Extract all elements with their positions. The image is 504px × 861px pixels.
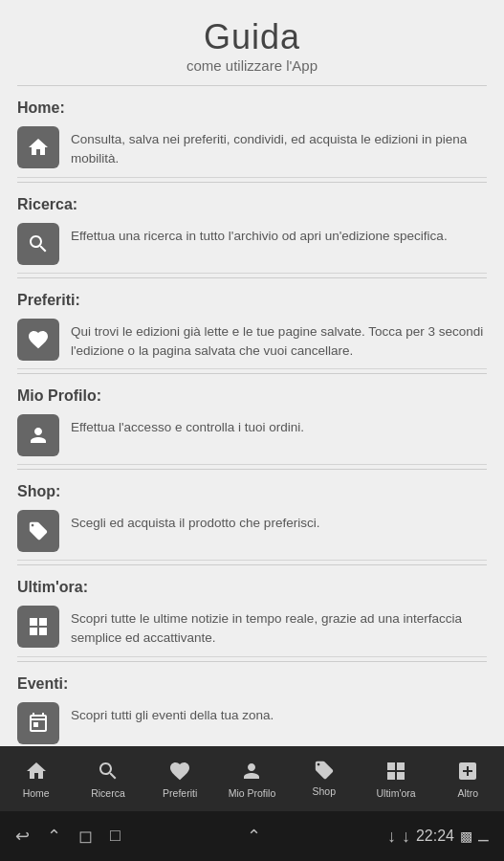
section-ultimora: Ultim'ora:Scopri tutte le ultime notizie… (17, 564, 487, 657)
nav-bar: Home Ricerca Preferiti Mio Profilo Shop … (0, 746, 504, 811)
nav-icon-preferiti (168, 760, 191, 787)
section-eventi: Eventi:Scopri tutti gli eventi della tua… (17, 661, 487, 753)
person-icon (17, 414, 59, 456)
calendar-icon (17, 702, 59, 744)
nav-item-preferiti[interactable]: Preferiti (144, 760, 216, 799)
nav-item-mio-profilo[interactable]: Mio Profilo (216, 760, 288, 799)
nav-icon-ultimora (384, 760, 407, 787)
section-row-shop: Scegli ed acquista il prodotto che prefe… (17, 504, 487, 561)
nav-item-home[interactable]: Home (0, 760, 72, 799)
system-bar-left: ↩ ⌃ ◻ □ (15, 826, 121, 847)
system-bar-right: ↓ ↓ 22:24 ▩ ⎽ (387, 827, 489, 847)
section-title-home: Home: (17, 92, 487, 121)
search-icon (17, 223, 59, 265)
page-title: Guida (17, 17, 487, 57)
nav-icon-mio-profilo (240, 760, 263, 787)
grid-icon (17, 606, 59, 648)
section-text-home: Consulta, salva nei preferiti, condividi… (71, 126, 487, 169)
section-row-mio-profilo: Effettua l'accesso e controlla i tuoi or… (17, 408, 487, 465)
nav-icon-ricerca (97, 760, 120, 787)
system-bar: ↩ ⌃ ◻ □ ⌃ ↓ ↓ 22:24 ▩ ⎽ (0, 811, 504, 861)
signal-icon: ⎽ (478, 827, 489, 847)
back-icon[interactable]: ↩ (15, 826, 30, 847)
section-home: Home:Consulta, salva nei preferiti, cond… (17, 85, 487, 178)
section-text-eventi: Scopri tutti gli eventi della tua zona. (71, 702, 487, 725)
page-title-container: Guida come utilizzare l'App (17, 0, 487, 81)
sections-container: Home:Consulta, salva nei preferiti, cond… (17, 85, 487, 753)
section-text-mio-profilo: Effettua l'accesso e controlla i tuoi or… (71, 414, 487, 437)
page-subtitle: come utilizzare l'App (17, 57, 487, 74)
nav-item-shop[interactable]: Shop (288, 760, 360, 797)
section-title-mio-profilo: Mio Profilo: (17, 380, 487, 408)
nav-label-mio-profilo: Mio Profilo (229, 787, 276, 799)
content-area: Guida come utilizzare l'App Home:Consult… (0, 0, 504, 765)
nav-label-ultimora: Ultim'ora (377, 787, 416, 799)
section-text-shop: Scegli ed acquista il prodotto che prefe… (71, 510, 487, 533)
section-row-eventi: Scopri tutti gli eventi della tua zona. (17, 696, 487, 753)
section-text-ricerca: Effettua una ricerca in tutto l'archivio… (71, 223, 487, 246)
nav-label-altro: Altro (458, 787, 479, 799)
recents-icon[interactable]: ◻ (78, 826, 93, 847)
download-icon: ↓ (387, 827, 396, 847)
tag-icon (17, 510, 59, 552)
section-row-preferiti: Qui trovi le edizioni già lette e le tue… (17, 313, 487, 370)
download2-icon: ↓ (402, 827, 410, 847)
nav-icon-altro (456, 760, 479, 787)
nav-label-preferiti: Preferiti (163, 787, 197, 799)
home-sys-icon[interactable]: ⌃ (47, 826, 61, 847)
section-shop: Shop:Scegli ed acquista il prodotto che … (17, 469, 487, 561)
nav-item-altro[interactable]: Altro (432, 760, 504, 799)
section-row-ultimora: Scopri tutte le ultime notizie in tempo … (17, 600, 487, 657)
section-title-ricerca: Ricerca: (17, 188, 487, 217)
section-title-shop: Shop: (17, 475, 487, 504)
nav-label-shop: Shop (313, 785, 337, 797)
section-text-preferiti: Qui trovi le edizioni già lette e le tue… (71, 319, 487, 362)
nav-icon-shop (314, 760, 335, 785)
nav-icon-home (25, 760, 48, 787)
section-title-preferiti: Preferiti: (17, 284, 487, 313)
chevron-up-icon: ⌃ (247, 826, 261, 847)
section-title-eventi: Eventi: (17, 668, 487, 696)
section-preferiti: Preferiti:Qui trovi le edizioni già lett… (17, 277, 487, 370)
section-title-ultimora: Ultim'ora: (17, 571, 487, 600)
section-mio-profilo: Mio Profilo:Effettua l'accesso e control… (17, 373, 487, 465)
nav-items: Home Ricerca Preferiti Mio Profilo Shop … (0, 760, 504, 799)
heart-icon (17, 319, 59, 361)
nav-item-ricerca[interactable]: Ricerca (72, 760, 143, 799)
system-bar-center: ⌃ (247, 826, 261, 847)
section-row-home: Consulta, salva nei preferiti, condividi… (17, 121, 487, 178)
screenshot-icon[interactable]: □ (110, 826, 121, 847)
section-ricerca: Ricerca:Effettua una ricerca in tutto l'… (17, 182, 487, 274)
nav-label-home: Home (23, 787, 50, 799)
section-text-ultimora: Scopri tutte le ultime notizie in tempo … (71, 606, 487, 649)
battery-icon: ▩ (460, 828, 472, 844)
section-row-ricerca: Effettua una ricerca in tutto l'archivio… (17, 217, 487, 274)
home-icon (17, 126, 59, 168)
nav-label-ricerca: Ricerca (91, 787, 125, 799)
time-display: 22:24 (416, 828, 454, 845)
nav-item-ultimora[interactable]: Ultim'ora (360, 760, 431, 799)
